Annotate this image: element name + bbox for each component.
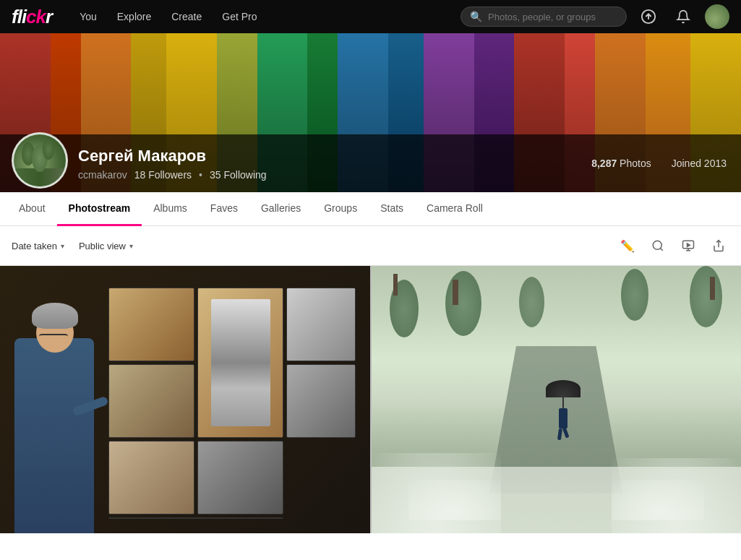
tab-faves[interactable]: Faves [199, 192, 249, 226]
photo-1[interactable] [0, 266, 370, 533]
svg-point-1 [653, 241, 661, 249]
upload-icon[interactable] [635, 4, 661, 30]
public-view-chevron: ▾ [129, 242, 133, 250]
toolbar: Date taken ▾ Public view ▾ ✏️ [0, 226, 741, 266]
avatar[interactable] [705, 4, 729, 29]
toolbar-right: ✏️ [615, 233, 731, 258]
nav-link-create[interactable]: Create [161, 0, 212, 33]
share-button[interactable] [706, 233, 731, 258]
profile-avatar[interactable] [12, 132, 68, 189]
tab-albums[interactable]: Albums [142, 192, 199, 226]
nav-link-you[interactable]: You [69, 0, 107, 33]
nav-link-explore[interactable]: Explore [107, 0, 161, 33]
search-input[interactable] [488, 12, 617, 22]
tab-camera-roll[interactable]: Camera Roll [415, 192, 494, 226]
notifications-icon[interactable] [670, 4, 696, 30]
logo[interactable]: flickr [12, 6, 52, 28]
date-taken-chevron: ▾ [61, 242, 64, 250]
public-view-dropdown[interactable]: Public view ▾ [77, 238, 134, 254]
search-bar: 🔍 [461, 7, 627, 27]
search-button[interactable] [646, 233, 670, 258]
date-taken-label: Date taken [12, 241, 57, 251]
tab-photostream[interactable]: Photostream [57, 192, 142, 226]
tab-about[interactable]: About [7, 192, 57, 226]
following-count[interactable]: 35 Following [210, 169, 267, 181]
tab-galleries[interactable]: Galleries [249, 192, 312, 226]
search-icon: 🔍 [470, 11, 482, 22]
joined-date: Joined 2013 [672, 158, 727, 169]
public-view-label: Public view [79, 241, 126, 251]
toolbar-left: Date taken ▾ Public view ▾ [10, 238, 604, 254]
profile-stats-right: 8,287 Photos Joined 2013 [591, 158, 727, 169]
profile-bar: Сергей Макаров ccmakarov 18 Followers • … [0, 134, 741, 192]
profile-meta: ccmakarov 18 Followers • 35 Following [78, 169, 267, 181]
profile-info: Сергей Макаров ccmakarov 18 Followers • … [78, 147, 267, 181]
slideshow-button[interactable] [676, 233, 701, 258]
tabs-bar: About Photostream Albums Faves Galleries… [0, 192, 741, 226]
tab-groups[interactable]: Groups [312, 192, 369, 226]
date-taken-dropdown[interactable]: Date taken ▾ [10, 238, 66, 254]
profile-username[interactable]: ccmakarov [78, 169, 127, 181]
photos-grid [0, 266, 741, 533]
photos-count: 8,287 Photos [591, 158, 651, 169]
followers-count[interactable]: 18 Followers [134, 169, 192, 181]
nav-link-getpro[interactable]: Get Pro [212, 0, 267, 33]
edit-button[interactable]: ✏️ [615, 233, 640, 258]
dot-separator: • [199, 169, 202, 181]
cover-image: Сергей Макаров ccmakarov 18 Followers • … [0, 33, 741, 192]
photo-2[interactable] [372, 266, 742, 533]
profile-name: Сергей Макаров [78, 147, 267, 165]
tab-stats[interactable]: Stats [369, 192, 415, 226]
navbar: flickr You Explore Create Get Pro 🔍 [0, 0, 741, 33]
